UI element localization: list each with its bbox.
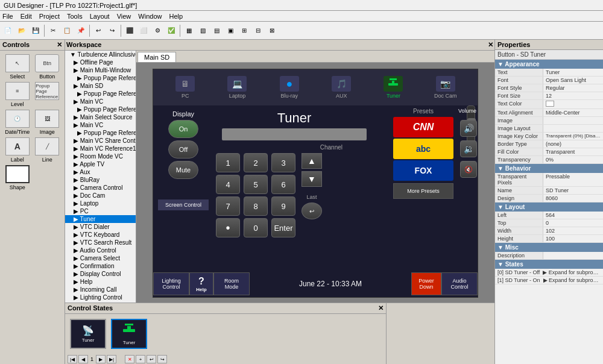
tree-item-tuner[interactable]: ▶ Tuner <box>65 215 136 223</box>
toolbar-redo[interactable]: ↪ <box>106 24 119 37</box>
source-tuner[interactable]: Tuner <box>375 76 411 99</box>
page-add[interactable]: + <box>136 355 145 363</box>
prop-left-val[interactable]: 564 <box>543 212 603 219</box>
tree-item-turbulence-allinclusive-1022[interactable]: ▼ Turbulence Allinclusive 1022 <box>65 51 136 58</box>
prop-state0-val[interactable]: [0] SD Tuner - Off ▶ Expand for subprope… <box>495 269 603 276</box>
tree-item-main-sd[interactable]: ▶ Main SD <box>65 82 136 90</box>
menu-edit[interactable]: Edit <box>21 13 32 20</box>
tree-item-popup-page-reference1[interactable]: ▶ Popup Page Reference1 <box>65 74 136 82</box>
lighting-ctrl-btn[interactable]: Lighting Control <box>153 272 189 295</box>
prop-top-val[interactable]: 0 <box>543 219 603 227</box>
preset-cnn[interactable]: CNN <box>393 117 453 137</box>
tree-item-pc[interactable]: ▶ PC <box>65 207 136 215</box>
tree-item-lighting-control[interactable]: ▶ Lighting Control <box>65 293 136 301</box>
tree-item-help[interactable]: ▶ Help <box>65 278 136 286</box>
prop-imagekeycolor-val[interactable]: Transparent (0%) [Disabled] <box>543 133 603 140</box>
canvas-tab-main-sd[interactable]: Main SD <box>137 52 176 62</box>
toolbar-undo[interactable]: ↩ <box>92 24 105 37</box>
more-presets-btn[interactable]: More Presets <box>390 183 457 199</box>
tree-item-laptop[interactable]: ▶ Laptop <box>65 199 136 207</box>
prop-description-val[interactable] <box>543 252 603 259</box>
toolbar-save[interactable]: 💾 <box>29 24 42 37</box>
prop-state1-val[interactable]: [1] SD Tuner - On ▶ Expand for subproper… <box>495 277 603 284</box>
toolbar-new[interactable]: 📄 <box>1 24 14 37</box>
tree-item-popup-page-reference1[interactable]: ▶ Popup Page Reference1 <box>65 90 136 98</box>
toolbar-extra4[interactable]: ▣ <box>224 24 237 37</box>
toolbar-extra5[interactable]: ⊞ <box>238 24 251 37</box>
page-next[interactable]: ▶ <box>96 355 106 363</box>
key-3[interactable]: 3 <box>271 153 295 172</box>
tree-item-main-vc-reference1[interactable]: ▶ Main VC Reference1 <box>65 145 136 152</box>
controls-close[interactable]: ✕ <box>57 41 62 49</box>
control-line[interactable]: ╱ Line <box>34 137 62 163</box>
prop-design-val[interactable]: 8060 <box>543 195 603 202</box>
key-1[interactable]: 1 <box>216 153 240 172</box>
prop-height-val[interactable]: 100 <box>543 235 603 242</box>
control-shape[interactable]: Shape <box>4 165 31 190</box>
prop-width-val[interactable]: 102 <box>543 227 603 234</box>
source-laptop[interactable]: 💻 Laptop <box>219 76 255 99</box>
toolbar-align-left[interactable]: ⬛ <box>123 24 136 37</box>
prop-textalign-val[interactable]: Middle-Center <box>543 109 603 116</box>
toolbar-open[interactable]: 📂 <box>15 24 28 37</box>
state-thumb-0[interactable]: 📡 Tuner <box>70 319 106 349</box>
prop-text-val[interactable]: Tuner <box>543 69 603 76</box>
page-delete[interactable]: ✕ <box>125 355 134 363</box>
prop-transpixels-val[interactable]: Pressable <box>543 173 603 186</box>
tree-item-audio-control[interactable]: ▶ Audio Control <box>65 246 136 254</box>
tree-item-offline-page[interactable]: ▶ Offline Page <box>65 58 136 66</box>
prop-imagelayout-val[interactable] <box>543 125 603 132</box>
menu-file[interactable]: File <box>2 13 13 20</box>
prop-bordertype-val[interactable]: (none) <box>543 140 603 148</box>
toolbar-extra2[interactable]: ▧ <box>196 24 209 37</box>
page-first[interactable]: |◀ <box>68 355 77 363</box>
key-7[interactable]: 7 <box>216 196 240 216</box>
page-last[interactable]: ▶| <box>107 355 116 363</box>
menu-project[interactable]: Project <box>39 13 60 20</box>
prop-image-val[interactable] <box>543 117 603 124</box>
tree-item-camera-control[interactable]: ▶ Camera Control <box>65 184 136 192</box>
key-0[interactable]: 0 <box>244 218 268 237</box>
help-btn[interactable]: ? Help <box>189 272 213 295</box>
key-enter[interactable]: Enter <box>271 218 295 237</box>
prop-fontstyle-val[interactable]: Regular <box>543 84 603 92</box>
tree-item-main-multi-window[interactable]: ▶ Main Multi-Window <box>65 66 136 74</box>
prop-font-val[interactable]: Open Sans Light <box>543 77 603 84</box>
state-thumb-1[interactable]: Tuner <box>111 319 147 349</box>
tree-item-vtc-search-result[interactable]: ▶ VTC Search Result <box>65 239 136 246</box>
prop-fillcolor-val[interactable]: Transparent <box>543 148 603 155</box>
menu-layout[interactable]: Layout <box>90 13 110 20</box>
tree-item-incoming-call[interactable]: ▶ Incoming Call <box>65 286 136 293</box>
tree-item-vtc-keyboard[interactable]: ▶ VTC Keyboard <box>65 231 136 239</box>
toolbar-extra7[interactable]: ⊠ <box>265 24 279 37</box>
vol-down-btn[interactable]: 🔉 <box>460 140 477 157</box>
tree-item-aux[interactable]: ▶ Aux <box>65 168 136 176</box>
tree-item-camera-select[interactable]: ▶ Camera Select <box>65 254 136 262</box>
key-2[interactable]: 2 <box>244 153 268 172</box>
key-4[interactable]: 4 <box>216 175 240 194</box>
tree-item-main-vc[interactable]: ▶ Main VC <box>65 121 136 129</box>
key-•[interactable]: • <box>216 218 240 237</box>
key-9[interactable]: 9 <box>271 196 295 216</box>
menu-view[interactable]: View <box>117 13 131 20</box>
audio-ctrl-btn[interactable]: Audio Control <box>441 272 478 295</box>
tree-item-popup-page-reference1[interactable]: ▶ Popup Page Reference1 <box>65 105 136 113</box>
workspace-close[interactable]: ✕ <box>488 41 493 49</box>
preset-fox[interactable]: FOX <box>393 160 453 181</box>
tree-item-main-select-source[interactable]: ▶ Main Select Source <box>65 113 136 121</box>
control-label[interactable]: A Label <box>4 137 31 163</box>
tree-item-apple-tv[interactable]: ▶ Apple TV <box>65 160 136 168</box>
btn-on[interactable]: On <box>168 120 198 138</box>
cs-close[interactable]: ✕ <box>378 304 384 312</box>
source-aux[interactable]: 🎵 AUX <box>323 76 359 99</box>
prop-fontsize-val[interactable]: 12 <box>543 92 603 99</box>
control-image[interactable]: 🖼 Image <box>34 110 62 135</box>
toolbar-check[interactable]: ✅ <box>165 24 178 37</box>
toolbar-extra6[interactable]: ⊟ <box>251 24 265 37</box>
tree-item-room-mode-vc[interactable]: ▶ Room Mode VC <box>65 152 136 160</box>
tree-item-vtc-dialer[interactable]: ▶ VTC Dialer <box>65 223 136 231</box>
power-down-btn[interactable]: Power Down <box>411 272 441 295</box>
toolbar-extra1[interactable]: ▦ <box>182 24 195 37</box>
source-doccam[interactable]: 📷 Doc Cam <box>428 76 464 99</box>
toolbar-cut[interactable]: ✂ <box>46 24 60 37</box>
